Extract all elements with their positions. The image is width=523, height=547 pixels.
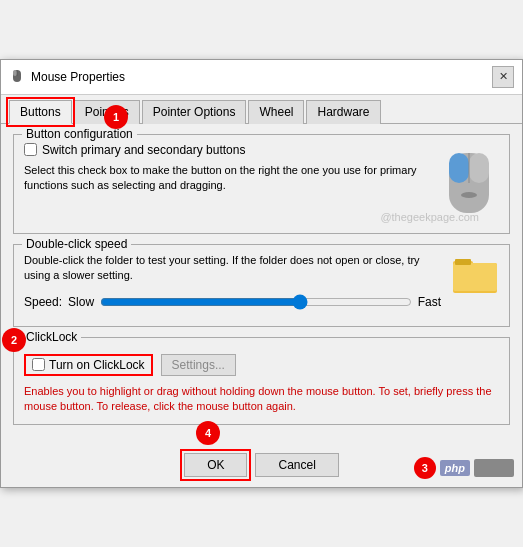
clicklock-row: Turn on ClickLock Settings... 2 xyxy=(24,354,499,376)
clicklock-check-area: Turn on ClickLock xyxy=(24,354,153,376)
tab-bar: Buttons Pointers Pointer Options Wheel H… xyxy=(1,95,522,124)
tab-wheel[interactable]: Wheel xyxy=(248,100,304,124)
switch-buttons-checkbox[interactable] xyxy=(24,143,37,156)
tab-hardware[interactable]: Hardware xyxy=(306,100,380,124)
double-click-label: Double-click speed xyxy=(22,237,131,251)
tab-buttons[interactable]: Buttons xyxy=(9,100,72,124)
speed-slow-label: Slow xyxy=(68,295,94,309)
clicklock-group-label: ClickLock xyxy=(22,330,81,344)
speed-fast-label: Fast xyxy=(418,295,441,309)
tab-pointer-options[interactable]: Pointer Options xyxy=(142,100,247,124)
button-config-label: Button configuration xyxy=(22,127,137,141)
svg-rect-11 xyxy=(455,259,471,265)
close-button[interactable]: ✕ xyxy=(492,66,514,88)
speed-slider-container xyxy=(100,292,412,312)
badge-4-container: 4 xyxy=(196,421,220,445)
badge-3-area: 3 php xyxy=(414,457,514,479)
svg-rect-1 xyxy=(13,70,17,76)
speed-row: Speed: Slow Fast xyxy=(24,292,441,312)
ok-button[interactable]: OK xyxy=(184,453,247,477)
clicklock-group: ClickLock Turn on ClickLock Settings... … xyxy=(13,337,510,426)
php-badge: php xyxy=(440,460,470,476)
folder-illustration xyxy=(451,253,499,295)
cancel-button[interactable]: Cancel xyxy=(255,453,338,477)
button-config-group: Button configuration Switch primary and … xyxy=(13,134,510,234)
switch-buttons-row: Switch primary and secondary buttons xyxy=(24,143,429,157)
double-click-desc: Double-click the folder to test your set… xyxy=(24,253,441,284)
button-config-desc: Select this check box to make the button… xyxy=(24,163,429,194)
double-click-content: Double-click the folder to test your set… xyxy=(24,253,499,316)
mouse-properties-window: Mouse Properties ✕ Buttons Pointers Poin… xyxy=(0,59,523,489)
svg-rect-5 xyxy=(469,153,489,183)
button-config-text-area: Switch primary and secondary buttons Sel… xyxy=(24,143,429,194)
badge-3: 3 xyxy=(414,457,436,479)
settings-button[interactable]: Settings... xyxy=(161,354,236,376)
svg-point-7 xyxy=(461,192,477,198)
tab-content: Button configuration Switch primary and … xyxy=(1,124,522,446)
php-label: php xyxy=(445,462,465,474)
title-bar: Mouse Properties ✕ xyxy=(1,60,522,95)
black-bar xyxy=(474,459,514,477)
svg-rect-10 xyxy=(453,263,497,291)
mouse-icon xyxy=(9,69,25,85)
speed-slider[interactable] xyxy=(100,294,412,310)
double-click-text-area: Double-click the folder to test your set… xyxy=(24,253,441,316)
title-bar-controls: ✕ xyxy=(492,66,514,88)
double-click-group: Double-click speed Double-click the fold… xyxy=(13,244,510,327)
badge-4: 4 xyxy=(196,421,220,445)
window-title: Mouse Properties xyxy=(31,70,125,84)
mouse-illustration xyxy=(439,143,499,223)
button-config-content: Switch primary and secondary buttons Sel… xyxy=(24,143,499,223)
badge-2: 2 xyxy=(2,328,26,352)
speed-label: Speed: xyxy=(24,295,62,309)
title-bar-left: Mouse Properties xyxy=(9,69,125,85)
bottom-buttons: 4 OK Cancel 3 php xyxy=(1,445,522,487)
clicklock-checkbox[interactable] xyxy=(32,358,45,371)
clicklock-checkbox-label: Turn on ClickLock xyxy=(49,358,145,372)
badge-1: 1 xyxy=(104,105,128,129)
clicklock-desc: Enables you to highlight or drag without… xyxy=(24,384,499,415)
svg-rect-4 xyxy=(449,153,469,183)
switch-buttons-label: Switch primary and secondary buttons xyxy=(42,143,245,157)
